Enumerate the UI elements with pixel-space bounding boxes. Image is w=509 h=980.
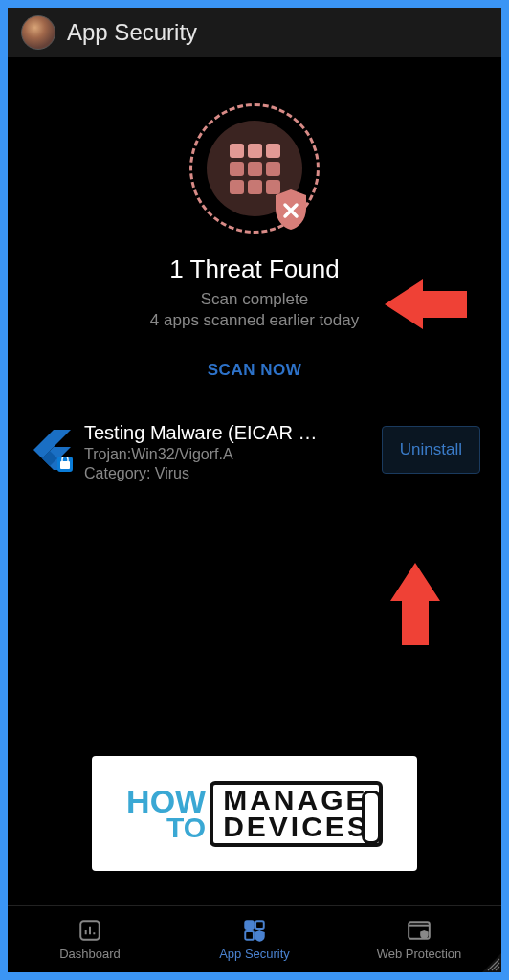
svg-rect-0 bbox=[60, 461, 70, 469]
threat-list-item: Testing Malware (EICAR … Trojan:Win32/Vi… bbox=[8, 399, 501, 482]
logo-devices: DEVICES bbox=[223, 813, 369, 841]
threat-signature: Trojan:Win32/Vigorf.A bbox=[84, 446, 368, 463]
threat-icon bbox=[189, 103, 320, 234]
app-security-icon bbox=[242, 918, 267, 943]
logo-to: TO bbox=[166, 815, 206, 840]
svg-rect-3 bbox=[255, 921, 264, 929]
svg-rect-4 bbox=[245, 931, 254, 940]
nav-web-protection-label: Web Protection bbox=[377, 947, 462, 961]
scan-substatus: 4 apps scanned earlier today bbox=[150, 311, 359, 330]
content: 1 Threat Found Scan complete 4 apps scan… bbox=[8, 57, 501, 905]
shield-x-icon bbox=[272, 188, 310, 232]
store-badge-icon bbox=[57, 457, 73, 472]
bottom-nav: Dashboard App Security Web Protection bbox=[8, 905, 501, 972]
threat-title: 1 Threat Found bbox=[169, 255, 339, 284]
annotation-arrow-right-icon bbox=[385, 279, 467, 333]
threat-category: Category: Virus bbox=[84, 465, 368, 482]
resize-grip-icon[interactable] bbox=[482, 953, 501, 972]
logo-overlay: HOW TO MANAGE DEVICES bbox=[92, 756, 417, 871]
page-title: App Security bbox=[67, 19, 197, 46]
avatar[interactable] bbox=[21, 15, 55, 50]
phone-icon bbox=[362, 791, 381, 844]
scan-status: Scan complete bbox=[201, 290, 308, 309]
logo-manage: MANAGE bbox=[223, 787, 369, 814]
logo-manage-devices: MANAGE DEVICES bbox=[210, 781, 383, 847]
web-protection-icon bbox=[407, 918, 432, 943]
svg-rect-2 bbox=[245, 921, 254, 929]
annotation-arrow-up-icon bbox=[390, 563, 440, 649]
threat-name: Testing Malware (EICAR … bbox=[84, 422, 368, 444]
nav-web-protection[interactable]: Web Protection bbox=[337, 906, 501, 972]
uninstall-button[interactable]: Uninstall bbox=[382, 426, 480, 474]
nav-app-security[interactable]: App Security bbox=[172, 906, 337, 972]
dashboard-icon bbox=[77, 918, 102, 943]
nav-dashboard-label: Dashboard bbox=[59, 947, 121, 961]
header: App Security bbox=[8, 8, 501, 57]
app-flutter-icon bbox=[29, 428, 71, 470]
nav-app-security-label: App Security bbox=[219, 947, 290, 961]
scan-now-button[interactable]: SCAN NOW bbox=[208, 361, 301, 380]
logo-howto: HOW TO bbox=[126, 788, 206, 839]
nav-dashboard[interactable]: Dashboard bbox=[8, 906, 172, 972]
threat-info: Testing Malware (EICAR … Trojan:Win32/Vi… bbox=[84, 422, 368, 482]
